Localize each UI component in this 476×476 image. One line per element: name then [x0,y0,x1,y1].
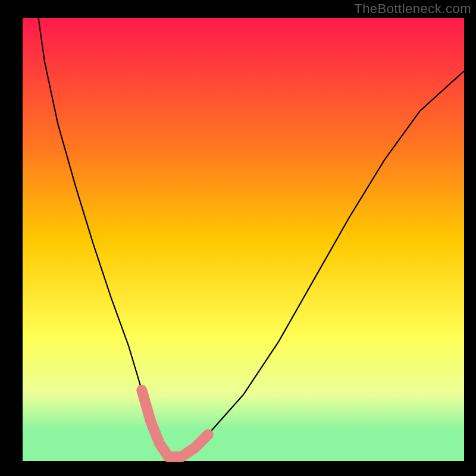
chart-figure: TheBottleneck.com [0,0,476,476]
bottleneck-curve-chart [0,0,476,476]
watermark-text: TheBottleneck.com [354,1,471,17]
